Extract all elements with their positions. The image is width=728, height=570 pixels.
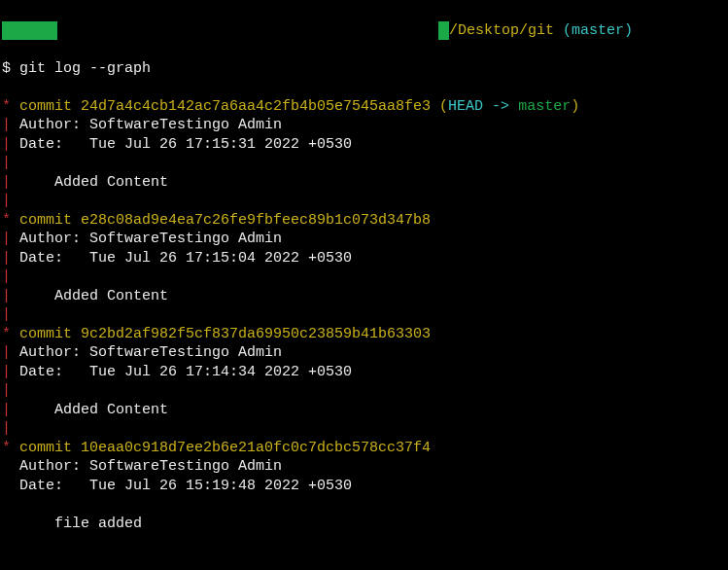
blank-line: | bbox=[2, 192, 726, 211]
commit-line: * commit 10eaa0c918d7ee2b6e21a0fc0c7dcbc… bbox=[2, 439, 726, 458]
message-line: | Added Content bbox=[2, 401, 726, 420]
prompt-bar-redacted bbox=[59, 23, 436, 38]
commit-line: * commit 9c2bd2af982f5cf837da69950c23859… bbox=[2, 325, 726, 344]
author-line: | Author: SoftwareTestingo Admin bbox=[2, 343, 726, 363]
commit-line: * commit 24d7a4c4cb142ac7a6aa4c2fb4b05e7… bbox=[2, 97, 726, 117]
prompt-bar-green bbox=[2, 21, 57, 40]
prompt-bar-green-end bbox=[438, 21, 449, 40]
prompt-line-1: /Desktop/git (master) bbox=[2, 21, 726, 41]
author-line: Author: SoftwareTestingo Admin bbox=[2, 457, 726, 477]
blank-line bbox=[2, 495, 726, 515]
blank-line: | bbox=[2, 419, 726, 439]
author-line: | Author: SoftwareTestingo Admin bbox=[2, 230, 726, 249]
blank-line: | bbox=[2, 381, 726, 401]
date-line: | Date: Tue Jul 26 17:14:34 2022 +0530 bbox=[2, 363, 726, 382]
blank-line: | bbox=[2, 305, 726, 325]
date-line: | Date: Tue Jul 26 17:15:31 2022 +0530 bbox=[2, 135, 726, 155]
blank-line bbox=[2, 552, 726, 571]
message-line: file added bbox=[2, 515, 726, 534]
branch-open: ( bbox=[554, 21, 572, 41]
blank-line: | bbox=[2, 267, 726, 287]
message-line: | Added Content bbox=[2, 173, 726, 193]
author-line: | Author: SoftwareTestingo Admin bbox=[2, 116, 726, 135]
terminal-output[interactable]: /Desktop/git (master) $ git log --graph … bbox=[2, 2, 726, 570]
command-line: $ git log --graph bbox=[2, 59, 726, 79]
git-log-output: * commit 24d7a4c4cb142ac7a6aa4c2fb4b05e7… bbox=[2, 97, 726, 534]
message-line: | Added Content bbox=[2, 287, 726, 306]
date-line: | Date: Tue Jul 26 17:15:04 2022 +0530 bbox=[2, 249, 726, 268]
commit-line: * commit e28c08ad9e4ea7c26fe9fbfeec89b1c… bbox=[2, 211, 726, 231]
blank-line: | bbox=[2, 154, 726, 173]
branch-name: master bbox=[572, 21, 624, 41]
command-text bbox=[11, 60, 19, 77]
command: git log --graph bbox=[19, 60, 151, 77]
branch-close: ) bbox=[624, 21, 633, 41]
dollar-sign: $ bbox=[2, 60, 11, 77]
date-line: Date: Tue Jul 26 15:19:48 2022 +0530 bbox=[2, 477, 726, 496]
path-text: /Desktop/git bbox=[449, 21, 554, 41]
